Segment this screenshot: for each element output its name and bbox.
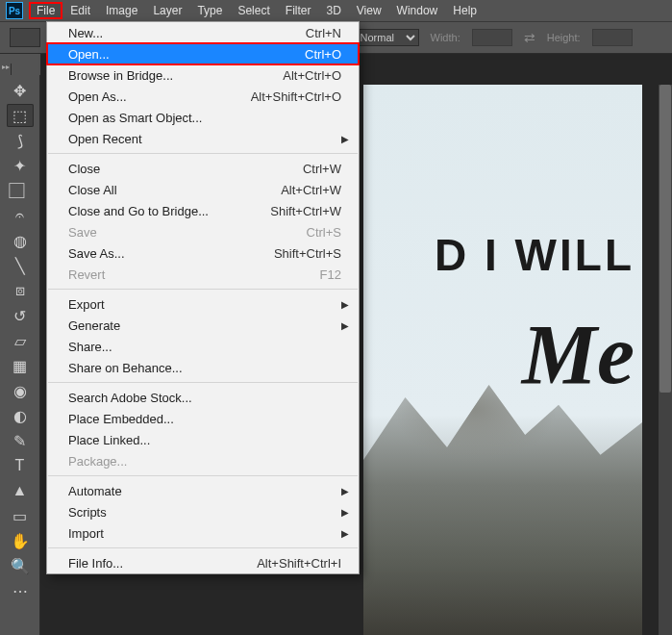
menu-item-label: Import bbox=[68, 526, 341, 541]
menu-item-label: Close and Go to Bridge... bbox=[68, 204, 270, 218]
menu-separator bbox=[48, 382, 358, 383]
menu-item-scripts[interactable]: Scripts▶ bbox=[47, 501, 359, 522]
clone-stamp-tool[interactable]: ⧇ bbox=[7, 279, 34, 302]
move-tool[interactable]: ✥ bbox=[7, 79, 34, 102]
scrollbar-thumb[interactable] bbox=[660, 85, 671, 393]
menu-image[interactable]: Image bbox=[98, 2, 145, 19]
menu-item-label: Share on Behance... bbox=[68, 361, 341, 375]
eyedropper-tool[interactable]: 𝄐 bbox=[7, 204, 34, 227]
menu-item-generate[interactable]: Generate▶ bbox=[47, 315, 359, 336]
menu-item-import[interactable]: Import▶ bbox=[47, 522, 359, 544]
menu-item-shortcut: Alt+Ctrl+O bbox=[283, 68, 341, 83]
menu-item-label: Generate bbox=[68, 318, 341, 333]
menu-item-place-linked[interactable]: Place Linked... bbox=[47, 429, 359, 450]
history-brush-tool[interactable]: ↺ bbox=[7, 304, 34, 327]
menu-item-label: Close bbox=[68, 162, 303, 176]
height-input[interactable] bbox=[592, 29, 633, 46]
menu-item-save-as[interactable]: Save As...Shift+Ctrl+S bbox=[47, 242, 359, 264]
submenu-arrow-icon: ▶ bbox=[341, 134, 349, 144]
gradient-tool[interactable]: ▦ bbox=[7, 354, 34, 377]
menu-help[interactable]: Help bbox=[445, 2, 485, 19]
width-input[interactable] bbox=[472, 29, 512, 46]
menu-item-shortcut: Shift+Ctrl+S bbox=[274, 246, 341, 261]
menu-select[interactable]: Select bbox=[230, 2, 277, 19]
width-label: Width: bbox=[431, 32, 460, 43]
menu-item-export[interactable]: Export▶ bbox=[47, 293, 359, 315]
menu-item-share[interactable]: Share... bbox=[47, 336, 359, 357]
magic-wand-tool[interactable]: ✦ bbox=[7, 154, 34, 177]
menu-file[interactable]: File bbox=[29, 2, 62, 19]
menu-layer[interactable]: Layer bbox=[145, 2, 189, 19]
menu-item-search-adobe-stock[interactable]: Search Adobe Stock... bbox=[47, 387, 359, 408]
menu-item-shortcut: F12 bbox=[320, 267, 341, 282]
menu-item-open-as[interactable]: Open As...Alt+Shift+Ctrl+O bbox=[47, 86, 359, 107]
menubar: Ps FileEditImageLayerTypeSelectFilter3DV… bbox=[0, 0, 672, 21]
type-tool[interactable]: T bbox=[7, 454, 34, 477]
pen-tool[interactable]: ✎ bbox=[7, 429, 34, 452]
tools-panel: ✥⬚⟆✦⃞𝄐◍╲⧇↺▱▦◉◐✎T▲▭✋🔍⋯ bbox=[0, 75, 40, 635]
menu-filter[interactable]: Filter bbox=[278, 2, 319, 19]
zoom-tool[interactable]: 🔍 bbox=[7, 554, 34, 577]
style-select[interactable]: Normal bbox=[352, 29, 419, 46]
rectangle-tool[interactable]: ▭ bbox=[7, 504, 34, 527]
menu-view[interactable]: View bbox=[349, 2, 389, 19]
menu-item-share-on-behance[interactable]: Share on Behance... bbox=[47, 357, 359, 378]
menu-window[interactable]: Window bbox=[389, 2, 446, 19]
menu-3d[interactable]: 3D bbox=[318, 2, 348, 19]
menu-item-shortcut: Alt+Shift+Ctrl+I bbox=[257, 556, 341, 571]
dodge-tool[interactable]: ◐ bbox=[7, 404, 34, 427]
document-canvas[interactable]: D I WILL Me bbox=[363, 85, 642, 635]
menu-item-file-info[interactable]: File Info...Alt+Shift+Ctrl+I bbox=[47, 552, 359, 573]
canvas-text-line2: Me bbox=[363, 306, 642, 403]
tool-preset-swatch[interactable] bbox=[10, 28, 40, 47]
blur-tool[interactable]: ◉ bbox=[7, 379, 34, 402]
menu-item-open-as-smart-object[interactable]: Open as Smart Object... bbox=[47, 107, 359, 128]
menu-item-label: Export bbox=[68, 297, 341, 312]
menu-separator bbox=[48, 475, 358, 476]
menu-item-label: New... bbox=[68, 26, 306, 40]
menu-separator bbox=[48, 153, 358, 154]
hand-tool[interactable]: ✋ bbox=[7, 529, 34, 552]
lasso-tool[interactable]: ⟆ bbox=[7, 129, 34, 152]
menu-separator bbox=[48, 547, 358, 548]
menu-item-close-and-go-to-bridge[interactable]: Close and Go to Bridge...Shift+Ctrl+W bbox=[47, 200, 359, 221]
menu-item-shortcut: Alt+Ctrl+W bbox=[281, 183, 341, 197]
menu-item-label: Share... bbox=[68, 340, 341, 354]
menu-item-label: Package... bbox=[68, 454, 341, 469]
menu-item-label: Open Recent bbox=[68, 132, 341, 146]
crop-tool[interactable]: ⃞ bbox=[7, 179, 34, 202]
menu-item-label: Scripts bbox=[68, 505, 341, 520]
spot-heal-tool[interactable]: ◍ bbox=[7, 229, 34, 252]
menu-type[interactable]: Type bbox=[189, 2, 230, 19]
marquee-tool[interactable]: ⬚ bbox=[7, 104, 34, 127]
menu-item-revert: RevertF12 bbox=[47, 264, 359, 285]
menu-item-automate[interactable]: Automate▶ bbox=[47, 480, 359, 501]
menu-item-place-embedded[interactable]: Place Embedded... bbox=[47, 408, 359, 429]
canvas-image-mountain bbox=[363, 385, 642, 635]
menu-item-shortcut: Ctrl+W bbox=[303, 162, 341, 176]
vertical-scrollbar[interactable] bbox=[659, 85, 672, 635]
menu-item-save: SaveCtrl+S bbox=[47, 221, 359, 242]
menu-separator bbox=[48, 289, 358, 290]
menu-item-browse-in-bridge[interactable]: Browse in Bridge...Alt+Ctrl+O bbox=[47, 64, 359, 86]
menu-item-package: Package... bbox=[47, 450, 359, 471]
path-select-tool[interactable]: ▲ bbox=[7, 479, 34, 502]
menu-item-open[interactable]: Open...Ctrl+O bbox=[47, 43, 359, 64]
menu-edit[interactable]: Edit bbox=[62, 2, 98, 19]
submenu-arrow-icon: ▶ bbox=[341, 507, 349, 518]
menu-item-shortcut: Alt+Shift+Ctrl+O bbox=[251, 89, 341, 104]
menu-item-close-all[interactable]: Close AllAlt+Ctrl+W bbox=[47, 179, 359, 200]
menu-item-new[interactable]: New...Ctrl+N bbox=[47, 22, 359, 43]
menu-item-label: Place Embedded... bbox=[68, 412, 341, 426]
brush-tool[interactable]: ╲ bbox=[7, 254, 34, 277]
edit-toolbar[interactable]: ⋯ bbox=[7, 579, 34, 602]
menu-item-label: Open as Smart Object... bbox=[68, 111, 341, 125]
menu-item-open-recent[interactable]: Open Recent▶ bbox=[47, 128, 359, 149]
submenu-arrow-icon: ▶ bbox=[341, 528, 349, 539]
eraser-tool[interactable]: ▱ bbox=[7, 329, 34, 352]
menu-item-label: File Info... bbox=[68, 556, 257, 571]
app-logo: Ps bbox=[6, 2, 23, 19]
height-label: Height: bbox=[547, 32, 581, 43]
menu-item-close[interactable]: CloseCtrl+W bbox=[47, 158, 359, 179]
swap-icon[interactable]: ⇄ bbox=[524, 30, 535, 45]
